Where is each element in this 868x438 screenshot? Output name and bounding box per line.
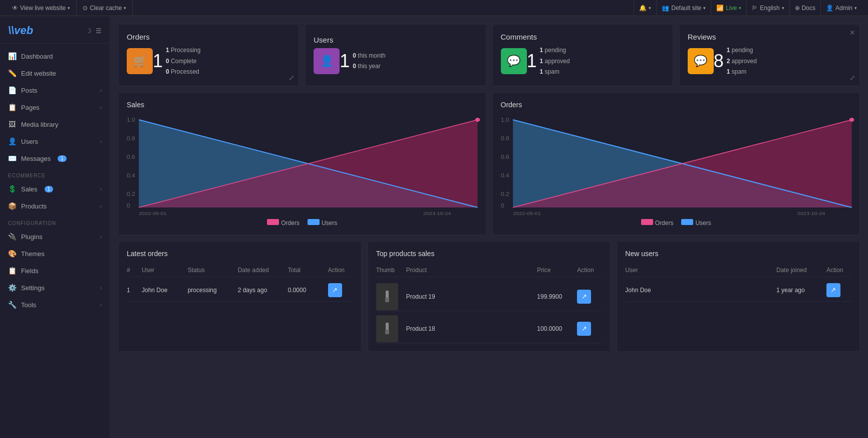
latest-orders-title: Latest orders: [127, 250, 353, 258]
sidebar-item-tools[interactable]: 🔧 Tools ›: [0, 296, 110, 313]
orders-chart-area: 1.0 0.8 0.6 0.4 0.2 0 2022-05-01 2023-10…: [501, 115, 852, 215]
user-name: John Doe: [625, 287, 776, 294]
admin-button[interactable]: 👤 Admin ▾: [820, 0, 862, 16]
table-row: 1 John Doe processing 2 days ago 0.0000 …: [127, 279, 353, 302]
sales-badge: 1: [45, 186, 54, 192]
reviews-icon: 💬: [688, 48, 714, 74]
col-action: Action: [826, 267, 851, 274]
chevron-right-icon: ›: [100, 105, 102, 110]
sidebar-item-label: Tools: [21, 301, 36, 309]
site-icon: 👥: [662, 5, 669, 12]
expand-icon[interactable]: ⤢: [288, 74, 295, 82]
svg-text:0.8: 0.8: [501, 136, 509, 141]
chevron-down-icon: ▾: [68, 6, 70, 11]
table-row: Product 19 199.9900 ↗: [376, 279, 603, 311]
live-icon: 📶: [716, 5, 724, 12]
svg-text:0: 0: [501, 203, 504, 208]
svg-rect-22: [386, 291, 389, 298]
menu-icon[interactable]: ☰: [96, 27, 102, 35]
sidebar-item-media-library[interactable]: 🖼 Media library: [0, 116, 110, 133]
language-button[interactable]: 🏳 English ▾: [746, 0, 789, 16]
view-live-website[interactable]: 👁 View live website ▾: [6, 0, 77, 16]
sales-icon: 💲: [8, 185, 16, 193]
admin-label: Admin: [835, 5, 852, 12]
chevron-down-icon: ▾: [854, 6, 857, 11]
themes-icon: 🎨: [8, 250, 16, 258]
sidebar-item-edit-website[interactable]: ✏️ Edit website: [0, 65, 110, 82]
sidebar-item-settings[interactable]: ⚙️ Settings ›: [0, 279, 110, 296]
product-thumbnail: [376, 283, 398, 310]
svg-rect-24: [386, 323, 389, 330]
sidebar-item-pages[interactable]: 📋 Pages ›: [0, 99, 110, 116]
sidebar-item-themes[interactable]: 🎨 Themes: [0, 245, 110, 262]
orders-details: 1 Processing 0 Complete 0 Processed: [166, 45, 200, 78]
sidebar-item-label: Pages: [21, 104, 40, 111]
orders-table-header: # User Status Date added Total Action: [127, 264, 353, 277]
messages-badge: 1: [58, 155, 67, 162]
close-button[interactable]: ✕: [849, 29, 855, 37]
sidebar-item-dashboard[interactable]: 📊 Dashboard: [0, 48, 110, 65]
cache-icon: ⊙: [83, 5, 88, 12]
sidebar-item-label: Fields: [21, 267, 39, 275]
chevron-right-icon: ›: [100, 88, 102, 93]
svg-rect-23: [385, 298, 389, 302]
theme-toggle-icon[interactable]: ☽: [86, 27, 92, 35]
user-action-button[interactable]: ↗: [826, 283, 840, 297]
orders-chart-legend: Orders Users: [501, 219, 852, 227]
sidebar-item-users[interactable]: 👤 Users ›: [0, 133, 110, 150]
top-products-card: Top products sales Thumb Product Price A…: [368, 241, 611, 352]
sidebar-item-fields[interactable]: 📋 Fields: [0, 262, 110, 279]
sidebar-item-label: Edit website: [21, 70, 56, 77]
users-number: 1: [340, 51, 350, 72]
chevron-down-icon: ▾: [124, 6, 126, 11]
orders-number: 1: [153, 51, 163, 72]
default-site-label: Default site: [671, 5, 701, 12]
bottom-row: Latest orders # User Status Date added T…: [118, 241, 860, 352]
expand-icon[interactable]: ⤢: [849, 74, 855, 82]
pages-icon: 📋: [8, 103, 16, 111]
notifications-button[interactable]: 🔔 ▾: [634, 0, 656, 16]
sales-chart-area: 1.0 0.8 0.6 0.4 0.2 0: [127, 115, 478, 215]
flag-icon: 🏳: [752, 5, 758, 12]
user-date-joined: 1 year ago: [776, 287, 826, 294]
view-live-label: View live website: [20, 5, 66, 12]
sidebar-item-products[interactable]: 📦 Products ›: [0, 197, 110, 214]
product-price: 100.0000: [537, 325, 577, 332]
users-details: 0 this month 0 this year: [353, 51, 385, 72]
sidebar-item-label: Dashboard: [21, 53, 53, 60]
sidebar-item-messages[interactable]: ✉️ Messages 1: [0, 150, 110, 167]
stat-card-comments: Comments 💬 1 1 pending 1 approved 1 spam: [492, 24, 673, 86]
col-total: Total: [288, 267, 328, 274]
svg-text:2023-10-24: 2023-10-24: [423, 211, 451, 216]
sidebar-item-plugins[interactable]: 🔌 Plugins ›: [0, 228, 110, 245]
chevron-right-icon: ›: [100, 234, 102, 240]
product-action-button[interactable]: ↗: [577, 322, 591, 336]
sidebar-item-label: Themes: [21, 250, 45, 258]
svg-rect-25: [385, 330, 389, 334]
user-icon: 👤: [826, 5, 833, 12]
default-site-button[interactable]: 👥 Default site ▾: [656, 0, 711, 16]
docs-button[interactable]: ⊕ Docs: [789, 0, 820, 16]
topbar: 👁 View live website ▾ ⊙ Clear cache ▾ 🔔 …: [0, 0, 868, 16]
clear-cache-button[interactable]: ⊙ Clear cache ▾: [77, 0, 133, 16]
svg-text:2022-05-01: 2022-05-01: [513, 211, 541, 216]
svg-text:2022-05-01: 2022-05-01: [139, 211, 167, 216]
products-icon: 📦: [8, 202, 16, 210]
sidebar-navigation: 📊 Dashboard ✏️ Edit website 📄 Posts › 📋 …: [0, 44, 110, 438]
col-date-joined: Date joined: [776, 267, 826, 274]
sidebar-item-posts[interactable]: 📄 Posts ›: [0, 82, 110, 99]
svg-text:0: 0: [127, 203, 130, 208]
chevron-right-icon: ›: [100, 302, 102, 308]
products-table-header: Thumb Product Price Action: [376, 264, 603, 277]
dashboard-icon: 📊: [8, 52, 16, 60]
sidebar-item-sales[interactable]: 💲 Sales 1 ›: [0, 180, 110, 197]
clear-cache-label: Clear cache: [90, 5, 122, 12]
sales-chart-title: Sales: [127, 101, 478, 109]
svg-text:1.0: 1.0: [501, 117, 509, 123]
row-action-button[interactable]: ↗: [328, 283, 342, 297]
live-status[interactable]: 📶 Live ▾: [711, 0, 746, 16]
live-label: Live: [726, 5, 737, 12]
charts-row: Sales 1.0 0.8 0.6 0.4 0.2 0: [118, 92, 860, 235]
col-price: Price: [537, 267, 577, 274]
product-action-button[interactable]: ↗: [577, 290, 591, 304]
